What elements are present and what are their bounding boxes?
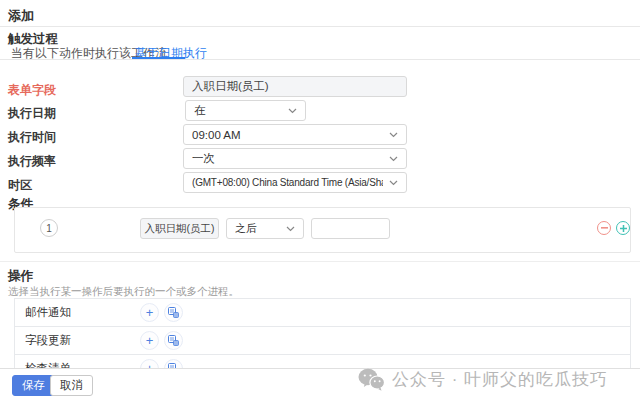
chevron-down-icon [288,108,297,114]
action-row-email: 邮件通知 + [15,299,630,327]
form-field-value: 入职日期(员工) [192,79,269,94]
condition-field-value: 入职日期(员工) [145,222,215,236]
associate-existing-icon[interactable] [164,331,183,350]
exec-freq-select[interactable]: 一次 [183,148,407,169]
associate-existing-icon[interactable] [164,303,183,322]
header-divider [0,26,640,27]
condition-value-input[interactable] [311,218,390,239]
condition-operator-select[interactable]: 之后 [226,218,304,239]
chevron-down-icon [389,156,398,162]
cancel-button[interactable]: 取消 [50,375,93,396]
section-divider [0,261,640,262]
exec-date-value: 在 [194,103,206,118]
condition-operator-value: 之后 [235,221,257,236]
page-title: 添加 [8,7,34,25]
minus-circle-icon[interactable] [597,221,611,235]
chevron-down-icon [389,180,398,186]
form-field-label: 表单字段 [8,82,56,99]
add-action-button[interactable]: + [140,303,159,322]
chevron-down-icon [389,132,398,138]
timezone-select[interactable]: (GMT+08:00) China Standard Time (Asia/Sh… [183,172,407,193]
actions-section-title: 操作 [8,268,33,285]
wechat-icon [358,368,385,391]
condition-index-badge: 1 [40,219,58,237]
exec-date-label: 执行日期 [8,105,56,122]
save-button[interactable]: 保存 [12,375,55,396]
condition-field-input[interactable]: 入职日期(员工) [140,218,219,239]
chevron-down-icon [286,226,295,232]
form-field-input[interactable]: 入职日期(员工) [183,76,407,97]
timezone-value: (GMT+08:00) China Standard Time (Asia/Sh… [192,177,383,188]
action-label: 字段更新 [25,333,71,348]
plus-circle-icon[interactable] [616,221,630,235]
timezone-label: 时区 [8,177,32,194]
tabs-divider [0,59,640,60]
exec-freq-value: 一次 [192,151,215,166]
exec-date-select[interactable]: 在 [185,100,306,121]
watermark-text: 公众号 · 叶师父的吃瓜技巧 [392,368,608,391]
exec-freq-label: 执行频率 [8,153,56,170]
action-row-field-update: 字段更新 + [15,327,630,355]
exec-time-label: 执行时间 [8,129,56,146]
add-action-button[interactable]: + [140,331,159,350]
exec-time-select[interactable]: 09:00 AM [183,124,407,145]
actions-subtitle: 选择当执行某一操作后要执行的一个或多个进程。 [8,285,239,299]
watermark: 公众号 · 叶师父的吃瓜技巧 [358,364,608,394]
exec-time-value: 09:00 AM [192,129,241,141]
action-label: 邮件通知 [25,305,71,320]
